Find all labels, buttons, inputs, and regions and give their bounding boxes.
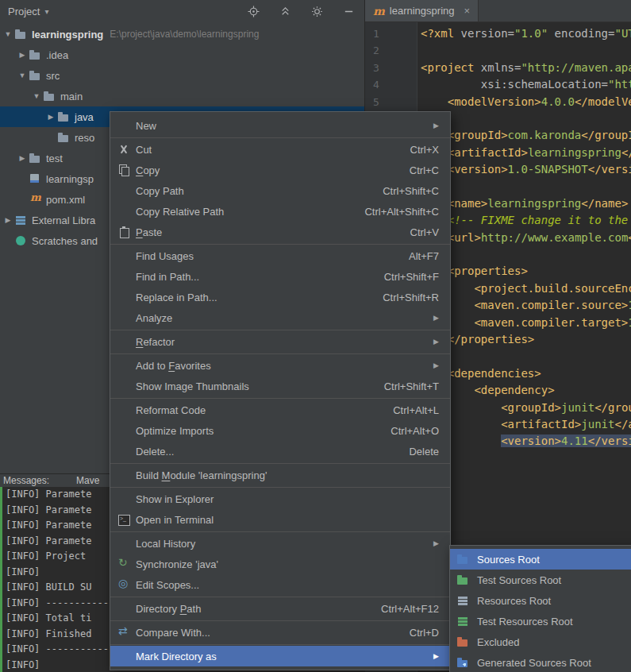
code-line: <maven.compiler.target>1.8</maven.compil… [421, 315, 631, 331]
settings-gear-icon[interactable] [310, 5, 323, 17]
terminal-icon [117, 513, 131, 526]
collapse-all-icon[interactable] [279, 5, 291, 17]
console-tab-maven[interactable]: Mave [76, 475, 99, 486]
tree-item-main[interactable]: ▼main [0, 86, 364, 106]
menu-item-refactor[interactable]: Refactor▶ [110, 331, 450, 352]
menu-item-delete[interactable]: Delete...Delete [110, 441, 450, 462]
submenu-item-label: Sources Root [477, 554, 540, 566]
menu-item-analyze[interactable]: Analyze▶ [110, 307, 450, 328]
tree-collapsed-arrow-icon[interactable]: ▶ [44, 113, 57, 121]
code-line: <groupId>junit</groupId> [421, 400, 631, 416]
menu-item-directory-path[interactable]: Directory PathCtrl+Alt+F12 [110, 598, 450, 619]
menu-item-compare-with[interactable]: Compare With...Ctrl+D [110, 622, 450, 643]
menu-item-local-history[interactable]: Local History▶ [110, 533, 450, 554]
line-number: 1 [365, 25, 417, 42]
menu-icon-spacer [117, 424, 131, 437]
code-line: <properties> [421, 263, 631, 280]
menu-item-add-to-favorites[interactable]: Add to Favorites▶ [110, 355, 450, 376]
code-line: </properties> [421, 331, 631, 348]
menu-item-edit-scopes[interactable]: Edit Scopes... [110, 574, 450, 595]
menu-item-label: Synchronize 'java' [136, 558, 218, 570]
menu-item-copy[interactable]: CopyCtrl+C [110, 160, 450, 180]
submenu-item-resources-root[interactable]: Resources Root [450, 590, 631, 611]
compare-icon [117, 626, 131, 639]
locate-icon[interactable] [247, 5, 260, 17]
code-line: <name>learningspring</name> [421, 195, 631, 212]
folder-icon [29, 153, 43, 164]
menu-item-mark-directory-as[interactable]: Mark Directory as▶ [110, 646, 450, 666]
menu-item-shortcut: Ctrl+X [391, 144, 439, 156]
menu-item-build-module-learningspring[interactable]: Build Module 'learningspring' [110, 465, 450, 485]
menu-item-shortcut: Ctrl+Shift+R [364, 292, 439, 303]
menu-item-label: Compare With... [136, 627, 210, 639]
menu-item-optimize-imports[interactable]: Optimize ImportsCtrl+Alt+O [110, 420, 450, 441]
project-view-selector[interactable]: Project ▾ [8, 6, 49, 17]
menu-item-find-in-path[interactable]: Find in Path...Ctrl+Shift+F [110, 266, 450, 287]
tree-item-idea[interactable]: ▶.idea [0, 44, 364, 65]
library-icon [14, 214, 29, 226]
menu-item-label: Directory Path [136, 603, 201, 615]
submenu-item-label: Excluded [477, 636, 519, 648]
menu-item-show-image-thumbnails[interactable]: Show Image ThumbnailsCtrl+Shift+T [110, 376, 450, 396]
submenu-item-label: Test Resources Root [477, 616, 573, 628]
tree-item-learningspring[interactable]: ▼learningspringE:\project\java\demo\lear… [0, 24, 364, 44]
menu-icon-spacer [117, 359, 131, 372]
submenu-item-label: Resources Root [477, 595, 551, 607]
panel-header-toolbar [247, 5, 355, 17]
menu-separator [110, 137, 450, 138]
menu-item-label: Paste [136, 226, 162, 238]
menu-item-cut[interactable]: CutCtrl+X [110, 139, 450, 160]
menu-separator [110, 353, 450, 354]
submenu-item-sources-root[interactable]: Sources Root [450, 549, 631, 570]
tree-item-label: learningspring [32, 29, 103, 41]
menu-icon-spacer [117, 184, 131, 197]
submenu-item-generated-sources-root[interactable]: Generated Sources Root [450, 652, 631, 672]
menu-item-label: Optimize Imports [136, 425, 214, 437]
menu-item-synchronize-java[interactable]: Synchronize 'java' [110, 554, 450, 574]
menu-item-find-usages[interactable]: Find UsagesAlt+F7 [110, 245, 450, 266]
menu-separator [110, 398, 450, 399]
menu-item-paste[interactable]: PasteCtrl+V [110, 222, 450, 242]
submenu-item-excluded[interactable]: Excluded [450, 631, 631, 652]
menu-item-label: Analyze [136, 312, 172, 324]
submenu-item-test-resources-root[interactable]: Test Resources Root [450, 611, 631, 631]
tree-item-src[interactable]: ▼src [0, 65, 364, 86]
tree-collapsed-arrow-icon[interactable]: ▶ [2, 216, 14, 224]
menu-icon-spacer [117, 380, 131, 392]
menu-item-new[interactable]: New▶ [110, 115, 450, 136]
folder-icon [29, 70, 43, 81]
code-line [421, 348, 631, 365]
menu-icon-spacer [117, 602, 131, 615]
scopes-icon [117, 578, 131, 591]
tree-collapsed-arrow-icon[interactable]: ▶ [16, 154, 29, 162]
menu-item-replace-in-path[interactable]: Replace in Path...Ctrl+Shift+R [110, 287, 450, 307]
hide-panel-icon[interactable] [342, 5, 355, 17]
menu-separator [110, 531, 450, 532]
copy-icon [117, 164, 131, 176]
tree-expanded-arrow-icon[interactable]: ▼ [30, 92, 43, 100]
close-icon[interactable]: × [464, 5, 471, 17]
code-line: <modelVersion>4.0.0</modelVersion> [421, 94, 631, 110]
menu-item-reformat-code[interactable]: Reformat CodeCtrl+Alt+L [110, 400, 450, 420]
tree-expanded-arrow-icon[interactable]: ▼ [16, 71, 29, 79]
folder-icon [57, 132, 71, 143]
menu-item-copy-relative-path[interactable]: Copy Relative PathCtrl+Alt+Shift+C [110, 201, 450, 222]
code-line: <project.build.sourceEncoding>UTF-8</pro… [421, 280, 631, 297]
editor-tab-learningspring[interactable]: m learningspring × [365, 0, 479, 21]
submenu-item-label: Generated Sources Root [477, 657, 591, 669]
chevron-down-icon: ▾ [44, 7, 48, 16]
submenu-arrow-icon: ▶ [433, 539, 439, 547]
menu-item-label: Find in Path... [136, 271, 199, 283]
menu-item-show-in-explorer[interactable]: Show in Explorer [110, 489, 450, 509]
menu-item-label: Add to Favorites [136, 360, 211, 372]
submenu-item-test-sources-root[interactable]: Test Sources Root [450, 570, 631, 590]
console-title: Messages: [3, 475, 49, 486]
tree-expanded-arrow-icon[interactable]: ▼ [2, 30, 14, 38]
menu-icon-spacer [117, 650, 131, 662]
submenu-arrow-icon: ▶ [433, 314, 439, 322]
tree-collapsed-arrow-icon[interactable]: ▶ [16, 51, 29, 59]
menu-item-open-in-terminal[interactable]: Open in Terminal [110, 509, 450, 530]
menu-item-copy-path[interactable]: Copy PathCtrl+Shift+C [110, 180, 450, 201]
menu-icon-spacer [117, 119, 131, 132]
menu-item-label: Refactor [136, 336, 175, 348]
